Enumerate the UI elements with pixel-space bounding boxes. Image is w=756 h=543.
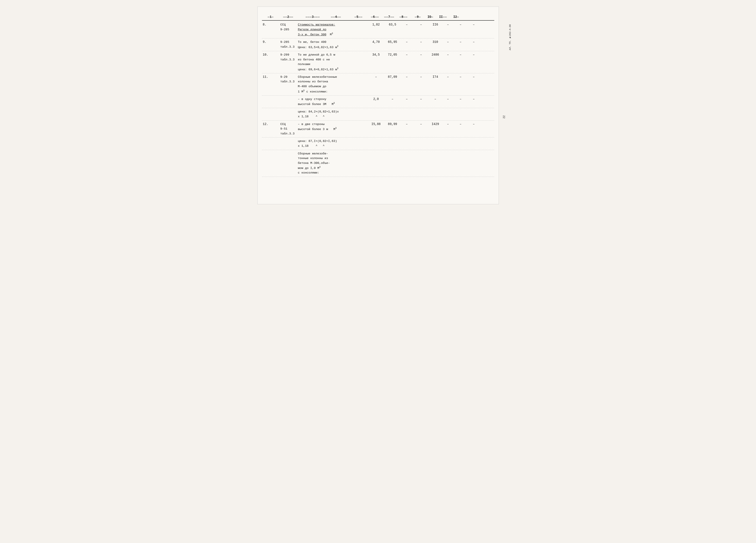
row-10-col1: 10.: [262, 52, 280, 57]
row-11-col5: –: [367, 75, 385, 79]
row-11b-col5: 2,0: [367, 97, 385, 101]
col-header-8: —8——: [396, 15, 411, 19]
row-10-col2: 9-299табл.3.3: [280, 52, 297, 62]
table-row: 10. 9-299табл.3.3 То же длиной до 6,5 м …: [262, 51, 494, 73]
row-8-col9: II6: [429, 22, 442, 27]
row-10-col7: –: [400, 52, 413, 57]
row-12-col8: –: [413, 122, 429, 126]
col-header-9: —9—: [411, 15, 424, 19]
table-row: – в одну сторону высотой более 3М М3 2,0…: [262, 95, 494, 108]
row-9-col9: 310: [429, 40, 442, 44]
row-9-col1: 9.: [262, 40, 280, 44]
col-header-10: IO—: [424, 15, 437, 19]
row-8-col3: Стоимость материалов: Ригели длиной до3-…: [297, 22, 350, 37]
row-11b-col12: –: [467, 97, 480, 101]
row-9-col12: –: [467, 40, 480, 44]
row-8-col6: 63,5: [385, 22, 400, 27]
col-header-5: —5——: [350, 15, 367, 19]
col-header-2: ——2——: [280, 15, 297, 19]
table-row: Сборные железобе- тонные колонны из бето…: [262, 150, 494, 177]
row-12c-col3: Сборные железобе- тонные колонны из бето…: [297, 151, 350, 175]
row-12-col3: – в две стороны высотой более 3 м М3: [297, 122, 350, 132]
row-10-col6: 72,05: [385, 52, 400, 57]
row-9-col8: –: [413, 40, 429, 44]
row-11b-col7: –: [400, 97, 413, 101]
row-11c-col3: цена: 84,2+(0,82+1,63)х х 1,18 ^ ^: [297, 109, 350, 119]
row-12-col9: I429: [429, 122, 442, 126]
row-11-col12: –: [467, 75, 480, 79]
row-11b-col6: –: [385, 97, 400, 101]
table-row: цена: 84,2+(0,82+1,63)х х 1,18 ^ ^: [262, 108, 494, 120]
col-header-12: I2—: [450, 15, 463, 19]
col-header-7: ——7——: [383, 15, 396, 19]
row-11b-col10: –: [442, 97, 454, 101]
table-row: цена: 87,I+(0,82+I,63) х 1,18 ^ ^: [262, 137, 494, 150]
row-10-col10: –: [442, 52, 454, 57]
row-8-col10: –: [442, 22, 454, 27]
row-9-col2: 9-285табл.3.3: [280, 40, 297, 49]
row-8-col1: 8.: [262, 22, 280, 27]
row-11-col2: 9-29табл.3.3: [280, 75, 297, 84]
row-8-col12: –: [467, 22, 480, 27]
row-11-col3: Сборные железобетонные колонны из бетона…: [297, 75, 350, 94]
table-row: 8. ССЦ9-285 Стоимость материалов: Ригели…: [262, 21, 494, 38]
row-11b-col9: –: [429, 97, 442, 101]
row-9-col5: 4,70: [367, 40, 385, 44]
row-10-col3: То же длиной до 6,5 м из бетона 400 с не…: [297, 52, 350, 72]
row-8-col5: 1,82: [367, 22, 385, 27]
row-10-col9: 2486: [429, 52, 442, 57]
row-12-col10: –: [442, 122, 454, 126]
col-header-6: —6——: [367, 15, 383, 19]
row-8-col7: –: [400, 22, 413, 27]
row-11-col7: –: [400, 75, 413, 79]
right-margin-text: АЛ. ТП. №262–4–30: [509, 24, 512, 50]
page-container: —1— ——2—— ———3——— ——4—— —5—— —6—— ——7—— …: [257, 7, 499, 204]
row-11b-col3: – в одну сторону высотой более 3М М3: [297, 97, 350, 107]
row-11b-col11: –: [454, 97, 467, 101]
row-8-col11: –: [454, 22, 467, 27]
row-12b-col3: цена: 87,I+(0,82+I,63) х 1,18 ^ ^: [297, 139, 350, 148]
row-12-col12: –: [467, 122, 480, 126]
row-12-col1: 12.: [262, 122, 280, 126]
row-12-col2: ССЦ9-51табл.3.3: [280, 122, 297, 136]
row-12-col5: I5,88: [367, 122, 385, 126]
col-header-3: ———3——— ——4——: [297, 15, 350, 19]
row-11-col6: 87,09: [385, 75, 400, 79]
row-8-col8: –: [413, 22, 429, 27]
col-header-1: —1—: [262, 15, 280, 19]
row-10-col11: –: [454, 52, 467, 57]
column-header-row: —1— ——2—— ———3——— ——4—— —5—— —6—— ——7—— …: [262, 13, 494, 21]
row-11-col1: 11.: [262, 75, 280, 79]
row-11b-col8: –: [413, 97, 429, 101]
row-10-col5: 34,5: [367, 52, 385, 57]
row-9-col3: То же, бетон 400 Цена: 63,5+0,82+1,63 м3: [297, 40, 350, 50]
row-11-col9: I74: [429, 75, 442, 79]
row-9-col7: –: [400, 40, 413, 44]
row-12-col6: 89,99: [385, 122, 400, 126]
page-number: 22: [502, 115, 505, 118]
row-9-col10: –: [442, 40, 454, 44]
row-9-col6: 65,95: [385, 40, 400, 44]
col-header-11: II——: [437, 15, 450, 19]
row-11-col8: –: [413, 75, 429, 79]
row-11-col11: –: [454, 75, 467, 79]
table-row: 12. ССЦ9-51табл.3.3 – в две стороны высо…: [262, 121, 494, 138]
table-row: 9. 9-285табл.3.3 То же, бетон 400 Цена: …: [262, 38, 494, 51]
row-12-col7: –: [400, 122, 413, 126]
row-10-col12: –: [467, 52, 480, 57]
row-8-col2: ССЦ9-285: [280, 22, 297, 32]
row-12-col11: –: [454, 122, 467, 126]
row-9-col11: –: [454, 40, 467, 44]
table-row: 11. 9-29табл.3.3 Сборные железобетонные …: [262, 73, 494, 95]
row-10-col8: –: [413, 52, 429, 57]
row-11-col10: –: [442, 75, 454, 79]
